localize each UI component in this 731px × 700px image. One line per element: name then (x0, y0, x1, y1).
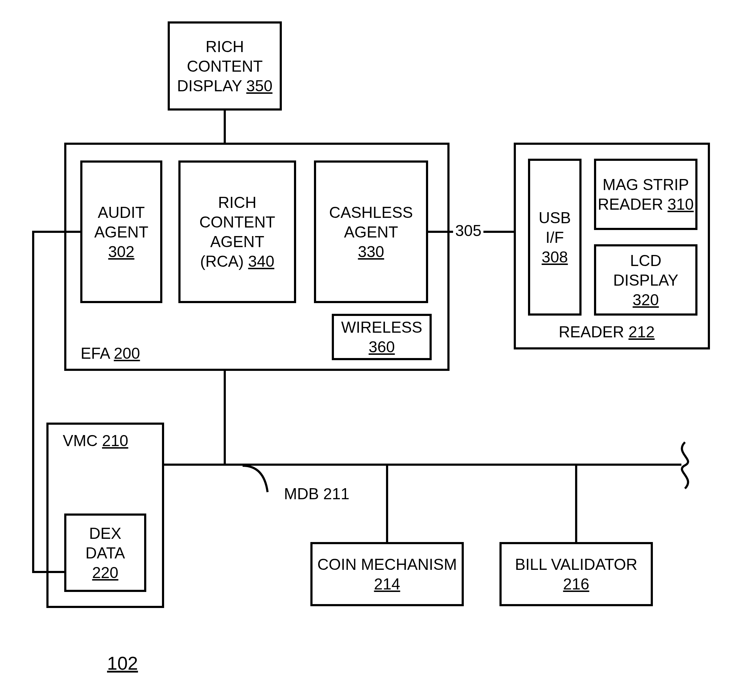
audit-agent-box: AUDIT AGENT 302 (80, 161, 162, 303)
usb-if-label: USB I/F 308 (539, 208, 571, 267)
wireless-label: WIRELESS 360 (341, 317, 422, 357)
reader-label: READER 212 (559, 323, 655, 341)
conn-mdb-to-coin (386, 464, 388, 542)
conn-rcd-to-efa (224, 111, 226, 143)
conn-audit-left-v (32, 231, 34, 573)
lcd-box: LCD DISPLAY 320 (594, 244, 697, 316)
dex-data-box: DEX DATA 220 (64, 514, 146, 592)
conn-mdb-to-bill (575, 464, 577, 542)
coin-mechanism-box: COIN MECHANISM 214 (310, 542, 464, 606)
bill-validator-box: BILL VALIDATOR 216 (499, 542, 653, 606)
usb-if-box: USB I/F 308 (528, 159, 581, 316)
mag-strip-label: MAG STRIP READER 310 (597, 175, 694, 214)
vmc-label: VMC 210 (63, 432, 128, 450)
bill-validator-label: BILL VALIDATOR 216 (515, 555, 637, 594)
efa-label: EFA 200 (81, 344, 140, 362)
rca-label: RICH CONTENT AGENT (RCA) 340 (200, 193, 275, 271)
rich-content-display-label: RICH CONTENT DISPLAY 350 (177, 37, 272, 95)
rich-content-display-box: RICH CONTENT DISPLAY 350 (168, 21, 282, 111)
conn-audit-to-dex-h (32, 571, 64, 573)
conn-audit-left-h (32, 231, 80, 233)
cashless-agent-box: CASHLESS AGENT 330 (314, 161, 428, 303)
audit-agent-label: AUDIT AGENT 302 (94, 202, 148, 261)
mdb-bus-line (164, 464, 681, 466)
wireless-box: WIRELESS 360 (332, 314, 432, 360)
mdb-callout-curve (242, 464, 285, 496)
conn-efa-to-mdb (224, 371, 226, 464)
mag-strip-box: MAG STRIP READER 310 (594, 159, 697, 230)
rca-box: RICH CONTENT AGENT (RCA) 340 (178, 161, 296, 303)
figure-reference: 102 (107, 653, 138, 674)
lcd-label: LCD DISPLAY 320 (596, 251, 695, 309)
bus-termination-icon (671, 442, 699, 489)
diagram-stage: RICH CONTENT DISPLAY 350 EFA 200 AUDIT A… (0, 0, 731, 700)
dex-data-label: DEX DATA 220 (86, 523, 125, 582)
coin-mechanism-label: COIN MECHANISM 214 (317, 555, 457, 594)
conn-305-label: 305 (453, 222, 483, 240)
mdb-label: MDB 211 (282, 485, 351, 503)
cashless-agent-label: CASHLESS AGENT 330 (329, 202, 413, 261)
